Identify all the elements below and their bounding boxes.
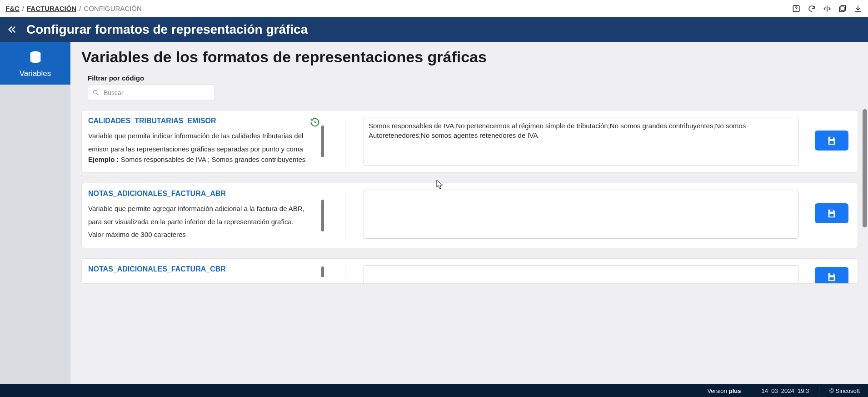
svg-rect-10 — [829, 141, 833, 144]
copyright: © Sincosoft — [829, 387, 860, 394]
svg-rect-14 — [829, 277, 833, 280]
card-scroll-thumb[interactable] — [321, 266, 324, 277]
variable-card: NOTAS_ADICIONALES_FACTURA_CBR — [81, 258, 858, 284]
save-icon — [827, 136, 837, 146]
card-scroll-thumb[interactable] — [321, 200, 324, 231]
breadcrumb-separator: / — [79, 5, 81, 12]
svg-rect-12 — [829, 214, 833, 216]
svg-rect-13 — [830, 273, 833, 275]
svg-point-1 — [796, 10, 796, 10]
svg-rect-11 — [830, 210, 833, 212]
page-header: Configurar formatos de representación gr… — [0, 17, 868, 42]
breadcrumb: F&C / FACTURACIÓN / CONFIGURACIÓN — [5, 5, 142, 12]
database-icon — [28, 50, 43, 65]
footer: Versión plus 14_03_2024_19:3 © Sincosoft — [0, 384, 868, 397]
content-scrollbar-thumb[interactable] — [863, 109, 867, 227]
card-scroll-thumb[interactable] — [321, 126, 324, 157]
window-icon[interactable] — [838, 4, 847, 13]
breadcrumb-item-root[interactable]: F&C — [5, 5, 20, 12]
variable-card: NOTAS_ADICIONALES_FACTURA_ABR Variable q… — [81, 183, 858, 248]
variable-description-2: Valor máximo de 300 caracteres — [88, 228, 314, 241]
variable-card: CALIDADES_TRIBUTARIAS_EMISOR Variable qu… — [81, 110, 858, 173]
breadcrumb-item-module[interactable]: FACTURACIÓN — [27, 5, 76, 12]
variable-code: NOTAS_ADICIONALES_FACTURA_CBR — [88, 265, 314, 273]
breadcrumb-separator: / — [22, 5, 24, 12]
help-icon[interactable] — [792, 4, 801, 13]
svg-rect-3 — [841, 5, 846, 10]
save-icon — [827, 208, 837, 218]
breadcrumb-item-current: CONFIGURACIÓN — [84, 5, 142, 12]
sidebar-item-variables[interactable]: Variables — [0, 42, 70, 85]
save-button[interactable] — [815, 203, 848, 223]
section-title: Variables de los formatos de representac… — [81, 48, 858, 66]
svg-point-7 — [94, 90, 97, 94]
history-icon[interactable] — [309, 117, 320, 128]
search-input[interactable] — [88, 85, 215, 101]
svg-rect-4 — [839, 7, 844, 12]
variable-code: CALIDADES_TRIBUTARIAS_EMISOR — [88, 117, 314, 125]
build-label: 14_03_2024_19:3 — [761, 387, 809, 394]
split-icon[interactable] — [823, 4, 832, 13]
page-title-header: Configurar formatos de representación gr… — [26, 22, 308, 37]
download-icon[interactable] — [853, 4, 863, 13]
svg-line-8 — [97, 94, 98, 95]
collapse-sidebar-button[interactable] — [6, 24, 18, 35]
variable-code: NOTAS_ADICIONALES_FACTURA_ABR — [88, 190, 314, 198]
variable-value-input[interactable] — [364, 190, 798, 239]
save-button[interactable] — [815, 267, 848, 284]
version-label: Versión plus — [707, 387, 741, 394]
save-button[interactable] — [815, 131, 848, 151]
filter-label: Filtrar por código — [88, 74, 858, 82]
variable-value-input[interactable] — [364, 117, 798, 166]
variable-value-input[interactable] — [364, 265, 798, 284]
variable-description: Variable que permite agregar información… — [88, 202, 314, 228]
sidebar-item-label: Variables — [20, 69, 51, 78]
search-icon — [92, 89, 100, 96]
svg-rect-9 — [830, 137, 833, 139]
sidebar: Variables — [0, 42, 70, 384]
save-icon — [827, 272, 837, 282]
refresh-icon[interactable] — [807, 4, 816, 13]
variable-example: Ejemplo : Somos responsables de IVA ; So… — [88, 156, 314, 163]
variable-description: Variable que permita indicar información… — [88, 130, 314, 156]
